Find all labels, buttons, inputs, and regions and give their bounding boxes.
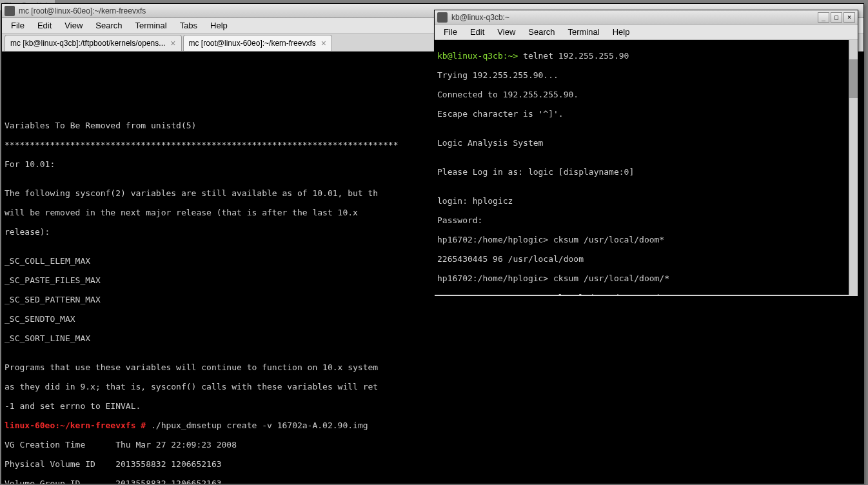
terminal-line: Logic Analysis System	[437, 138, 855, 148]
menu-search[interactable]: Search	[522, 25, 561, 39]
window-controls: _ □ ×	[818, 12, 855, 23]
terminal-prompt-line: hp16702:/home/hplogic> cksum /usr/local/…	[437, 235, 855, 244]
menu-search[interactable]: Search	[89, 19, 128, 32]
close-icon[interactable]: ×	[170, 38, 175, 48]
terminal-output[interactable]: kb@linux-q3cb:~> telnet 192.255.255.90 T…	[435, 40, 858, 295]
prompt: hp16702:/home/hplogic>	[437, 235, 548, 244]
terminal-line: Please Log in as: logic [displayname:0]	[437, 167, 855, 177]
menu-terminal[interactable]: Terminal	[129, 19, 173, 32]
terminal-prompt-line: kb@linux-q3cb:~> telnet 192.255.255.90	[437, 51, 855, 61]
menu-edit[interactable]: Edit	[464, 25, 491, 39]
terminal-line: Programs that use these variables will c…	[5, 362, 861, 372]
window-telnet-terminal: kb@linux-q3cb:~ _ □ × File Edit View Sea…	[434, 10, 858, 297]
terminal-prompt-line: hp16702:/home/hplogic> cksum /usr/local/…	[437, 273, 855, 283]
terminal-line: Connected to 192.255.255.90.	[437, 90, 855, 99]
prompt: linux-60eo:~/kern-freevxfs #	[5, 421, 146, 430]
command: cksum /usr/local/doom*	[548, 235, 664, 244]
menu-file[interactable]: File	[437, 25, 464, 39]
terminal-line: 3457951056 4196020 /usr/local/doom/doom1…	[437, 293, 855, 295]
terminal-line: as they did in 9.x; that is, sysconf() c…	[5, 382, 861, 391]
menu-help[interactable]: Help	[606, 25, 636, 39]
terminal-line: 2265430445 96 /usr/local/doom	[437, 254, 855, 264]
menu-edit[interactable]: Edit	[31, 19, 58, 32]
terminal-line: VG Creation Time Thu Mar 27 22:09:23 200…	[5, 440, 861, 450]
terminal-line: Volume Group ID 2013558832 1206652163	[5, 479, 861, 484]
command: cksum /usr/local/doom/*	[548, 273, 669, 283]
close-icon[interactable]: ×	[321, 38, 326, 48]
terminal-line: -1 and set errno to EINVAL.	[5, 401, 861, 411]
terminal-line: Escape character is '^]'.	[437, 109, 855, 119]
terminal-prompt-line: linux-60eo:~/kern-freevxfs # ./hpux_dmse…	[5, 421, 861, 430]
prompt: kb@linux-q3cb:~>	[437, 51, 518, 61]
menu-file[interactable]: File	[5, 19, 31, 32]
command: ./hpux_dmsetup create -v 16702a-A.02.90.…	[146, 421, 368, 430]
close-button[interactable]: ×	[843, 12, 855, 23]
app-icon	[437, 12, 448, 23]
tab-label: mc [root@linux-60eo]:~/kern-freevxfs	[189, 39, 316, 48]
menu-help[interactable]: Help	[204, 19, 234, 32]
terminal-line: Password:	[437, 215, 855, 225]
terminal-line: Trying 192.255.255.90...	[437, 70, 855, 80]
app-icon	[5, 6, 15, 16]
menubar: File Edit View Search Terminal Help	[435, 25, 858, 40]
prompt: hp16702:/home/hplogic>	[437, 273, 548, 283]
tab-2-active[interactable]: mc [root@linux-60eo]:~/kern-freevxfs ×	[183, 35, 332, 51]
scrollbar[interactable]	[849, 40, 858, 295]
menu-view[interactable]: View	[58, 19, 89, 32]
terminal-line: Physical Volume ID 2013558832 1206652163	[5, 459, 861, 469]
command: telnet 192.255.255.90	[518, 51, 629, 61]
menu-terminal[interactable]: Terminal	[562, 25, 606, 39]
tab-1[interactable]: mc [kb@linux-q3cb]:/tftpboot/kernels/ope…	[5, 35, 182, 51]
maximize-button[interactable]: □	[831, 12, 842, 23]
minimize-button[interactable]: _	[818, 12, 829, 23]
scrollbar-thumb[interactable]	[849, 59, 858, 98]
tab-label: mc [kb@linux-q3cb]:/tftpboot/kernels/ope…	[10, 39, 165, 48]
titlebar[interactable]: kb@linux-q3cb:~ _ □ ×	[435, 10, 858, 25]
menu-view[interactable]: View	[491, 25, 522, 39]
terminal-line: _SC_SORT_LINE_MAX	[5, 333, 861, 343]
menu-tabs[interactable]: Tabs	[173, 19, 204, 32]
terminal-line: _SC_SENDTO_MAX	[5, 314, 861, 324]
terminal-line: login: hplogicz	[437, 196, 855, 206]
window-title: kb@linux-q3cb:~	[451, 13, 818, 22]
